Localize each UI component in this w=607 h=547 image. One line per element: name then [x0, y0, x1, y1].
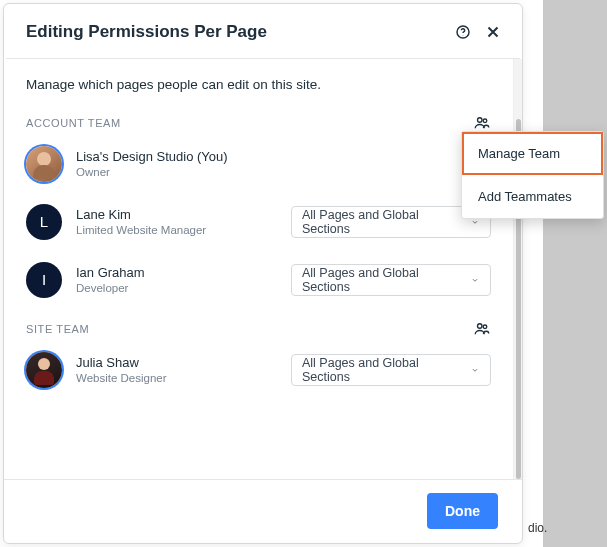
member-name: Lane Kim [76, 207, 277, 222]
member-role: Developer [76, 282, 277, 294]
help-icon[interactable] [454, 23, 472, 41]
team-menu-popover: Manage Team Add Teammates [461, 131, 604, 219]
svg-point-3 [483, 119, 487, 123]
team-menu-icon[interactable] [473, 114, 491, 132]
permission-dropdown[interactable]: All Pages and Global Sections [291, 264, 491, 296]
member-row: L Lane Kim Limited Website Manager All P… [26, 204, 491, 240]
member-role: Owner [76, 166, 491, 178]
member-row: Lisa's Design Studio (You) Owner [26, 146, 491, 182]
svg-point-1 [463, 35, 464, 36]
member-role: Limited Website Manager [76, 224, 277, 236]
dropdown-label: All Pages and Global Sections [302, 356, 470, 384]
chevron-down-icon [470, 275, 480, 285]
avatar: I [26, 262, 62, 298]
permission-dropdown[interactable]: All Pages and Global Sections [291, 354, 491, 386]
close-icon[interactable] [484, 23, 502, 41]
dropdown-label: All Pages and Global Sections [302, 208, 470, 236]
menu-item-add-teammates[interactable]: Add Teammates [462, 175, 603, 218]
scrollbar[interactable] [513, 59, 522, 479]
modal-body: Manage which pages people can edit on th… [4, 59, 513, 479]
menu-item-manage-team[interactable]: Manage Team [462, 132, 603, 175]
dropdown-label: All Pages and Global Sections [302, 266, 470, 294]
modal-title: Editing Permissions Per Page [26, 22, 267, 42]
member-row: Julia Shaw Website Designer All Pages an… [26, 352, 491, 388]
svg-point-2 [478, 118, 483, 123]
member-name: Julia Shaw [76, 355, 277, 370]
done-button[interactable]: Done [427, 493, 498, 529]
member-row: I Ian Graham Developer All Pages and Glo… [26, 262, 491, 298]
section-label-account: ACCOUNT TEAM [26, 117, 121, 129]
permissions-modal: Editing Permissions Per Page Manage whic… [3, 3, 523, 544]
svg-point-5 [483, 325, 487, 329]
backdrop-text: dio. [528, 521, 547, 535]
member-role: Website Designer [76, 372, 277, 384]
member-name: Lisa's Design Studio (You) [76, 149, 491, 164]
chevron-down-icon [470, 365, 480, 375]
site-team-menu-icon[interactable] [473, 320, 491, 338]
avatar [26, 352, 62, 388]
member-name: Ian Graham [76, 265, 277, 280]
intro-text: Manage which pages people can edit on th… [26, 77, 491, 92]
section-label-site: SITE TEAM [26, 323, 89, 335]
svg-point-4 [478, 324, 483, 329]
avatar [26, 146, 62, 182]
avatar: L [26, 204, 62, 240]
